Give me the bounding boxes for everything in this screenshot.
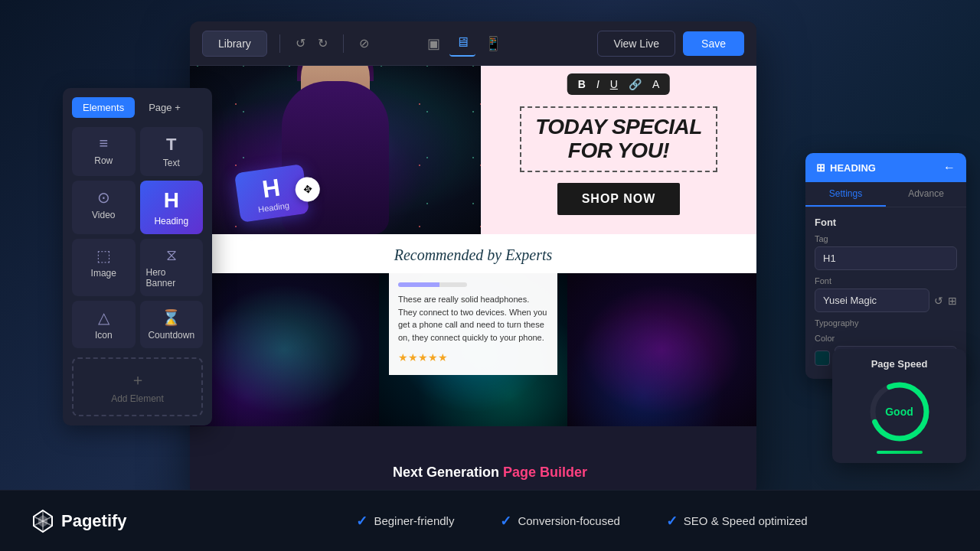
countdown-icon: ⌛ bbox=[162, 308, 181, 327]
hero-banner-icon: ⧖ bbox=[166, 246, 177, 264]
tab-advance[interactable]: Advance bbox=[886, 182, 966, 207]
product-card-3 bbox=[567, 273, 756, 426]
element-hero-banner[interactable]: ⧖ Hero Banner bbox=[140, 239, 204, 296]
drag-h-icon: H bbox=[260, 174, 282, 204]
editor-container: Library ↺ ↻ ⊘ ▣ 🖥 📱 View Live Save bbox=[190, 21, 756, 496]
bottom-brand: Pagetify bbox=[0, 509, 184, 533]
recommended-title: Recommended by Experts bbox=[190, 246, 756, 264]
heading-label: Heading bbox=[154, 216, 188, 227]
props-header: ⊞ HEADING ← bbox=[805, 153, 966, 182]
font-label: Font bbox=[815, 276, 957, 285]
speed-bar bbox=[877, 451, 923, 454]
feature-item-3: ✓ SEO & Speed optimized bbox=[666, 513, 808, 530]
font-gallery-icon[interactable]: ⊞ bbox=[948, 295, 957, 307]
promo-text-box[interactable]: TODAY SPECIAL FOR YOU! bbox=[520, 106, 717, 172]
save-button[interactable]: Save bbox=[683, 31, 744, 56]
props-header-title: ⊞ HEADING bbox=[816, 161, 876, 174]
element-text[interactable]: T Text bbox=[140, 127, 204, 176]
text-format-toolbar: B I U 🔗 A bbox=[567, 73, 670, 95]
desktop-small-icon[interactable]: ▣ bbox=[421, 31, 446, 57]
feature-item-1: ✓ Beginer-friendly bbox=[356, 513, 454, 530]
countdown-label: Countdown bbox=[148, 330, 194, 341]
elements-grid: ≡ Row T Text ⊙ Video H Heading ⬚ Image ⧖… bbox=[72, 127, 203, 416]
device-icons: ▣ 🖥 📱 bbox=[421, 30, 508, 57]
hero-promo: B I U 🔗 A TODAY SPECIAL FOR YOU! SHOP NO… bbox=[481, 66, 756, 234]
video-label: Video bbox=[92, 210, 115, 220]
elements-panel: Elements Page + ≡ Row T Text ⊙ Video H H… bbox=[63, 88, 212, 425]
check-icon-1: ✓ bbox=[356, 513, 368, 530]
tagline-normal: Next Generation bbox=[393, 465, 499, 480]
props-close-button[interactable]: ← bbox=[943, 161, 956, 174]
element-countdown[interactable]: ⌛ Countdown bbox=[140, 301, 204, 348]
bottom-bar: Pagetify ✓ Beginer-friendly ✓ Conversion… bbox=[0, 490, 980, 551]
panel-tabs: Elements Page + bbox=[72, 97, 203, 118]
element-heading[interactable]: H Heading bbox=[140, 181, 204, 234]
view-live-button[interactable]: View Live bbox=[597, 31, 675, 57]
feature-label-3: SEO & Speed optimized bbox=[684, 514, 808, 527]
font-section-title: Font bbox=[815, 217, 957, 228]
hero-banner-label: Hero Banner bbox=[146, 267, 198, 289]
speed-title: Page Speed bbox=[841, 358, 957, 370]
underline-button[interactable]: U bbox=[606, 77, 622, 92]
tag-input[interactable] bbox=[815, 246, 957, 270]
tagline-page-builder: Page Builder bbox=[503, 465, 587, 480]
tag-label: Tag bbox=[815, 234, 957, 243]
product-glow-1 bbox=[190, 273, 379, 426]
preview-icon[interactable]: ⊘ bbox=[356, 33, 372, 54]
element-image[interactable]: ⬚ Image bbox=[72, 239, 136, 296]
drag-label: Heading bbox=[257, 201, 289, 214]
font-input-row: ↺ ⊞ bbox=[815, 289, 957, 312]
heading-props-icon: ⊞ bbox=[816, 161, 825, 174]
tab-elements[interactable]: Elements bbox=[72, 97, 135, 118]
product-grid: These are really solid headphones. They … bbox=[190, 273, 756, 426]
typography-label: Typography bbox=[815, 318, 957, 328]
tab-settings[interactable]: Settings bbox=[805, 182, 886, 207]
check-icon-2: ✓ bbox=[500, 513, 511, 530]
element-video[interactable]: ⊙ Video bbox=[72, 181, 136, 234]
text-icon: T bbox=[166, 135, 176, 155]
heading-icon: H bbox=[164, 188, 179, 213]
align-button[interactable]: A bbox=[648, 77, 664, 92]
review-stars: ★★★★★ bbox=[398, 350, 548, 366]
product-card-2: These are really solid headphones. They … bbox=[379, 273, 568, 426]
icon-label: Icon bbox=[95, 330, 113, 341]
library-button[interactable]: Library bbox=[202, 31, 267, 57]
mobile-icon[interactable]: 📱 bbox=[479, 31, 508, 57]
image-label: Image bbox=[91, 268, 116, 279]
row-icon: ≡ bbox=[99, 135, 108, 152]
text-label: Text bbox=[163, 158, 180, 168]
feature-label-1: Beginer-friendly bbox=[374, 514, 454, 527]
plus-icon: ＋ bbox=[130, 370, 145, 390]
video-icon: ⊙ bbox=[97, 188, 110, 207]
font-input[interactable] bbox=[815, 289, 929, 312]
feature-label-2: Conversion-focused bbox=[518, 514, 619, 527]
page-speed-widget: Page Speed Good bbox=[832, 349, 966, 463]
element-icon[interactable]: △ Icon bbox=[72, 301, 136, 348]
review-rating-bar bbox=[398, 282, 467, 287]
image-icon: ⬚ bbox=[96, 246, 111, 265]
heading-drag[interactable]: H Heading ✥ bbox=[237, 168, 306, 218]
check-icon-3: ✓ bbox=[666, 513, 678, 530]
color-swatch[interactable] bbox=[815, 350, 830, 366]
toolbar-right: View Live Save bbox=[597, 31, 744, 57]
tab-page-plus[interactable]: Page + bbox=[138, 97, 191, 118]
add-element-button[interactable]: ＋ Add Element bbox=[72, 357, 203, 416]
redo-icon[interactable]: ↻ bbox=[315, 33, 331, 54]
gauge-text: Good bbox=[885, 406, 913, 418]
properties-panel: ⊞ HEADING ← Settings Advance Font Tag Fo… bbox=[805, 153, 966, 379]
recommended-section: Recommended by Experts These are really … bbox=[190, 234, 756, 426]
shop-now-button[interactable]: SHOP NOW bbox=[557, 183, 681, 215]
product-glow-3 bbox=[567, 273, 756, 426]
refresh-font-icon[interactable]: ↺ bbox=[934, 295, 943, 307]
hero-image bbox=[190, 66, 481, 234]
italic-button[interactable]: I bbox=[592, 77, 604, 92]
hero-image-bg bbox=[190, 66, 481, 234]
drag-card[interactable]: H Heading ✥ bbox=[234, 164, 309, 223]
product-card-1 bbox=[190, 273, 379, 426]
undo-icon[interactable]: ↺ bbox=[292, 33, 309, 54]
editor-toolbar: Library ↺ ↻ ⊘ ▣ 🖥 📱 View Live Save bbox=[190, 21, 756, 66]
link-button[interactable]: 🔗 bbox=[624, 77, 646, 92]
desktop-icon[interactable]: 🖥 bbox=[449, 30, 475, 57]
bold-button[interactable]: B bbox=[573, 77, 590, 92]
element-row[interactable]: ≡ Row bbox=[72, 127, 136, 176]
